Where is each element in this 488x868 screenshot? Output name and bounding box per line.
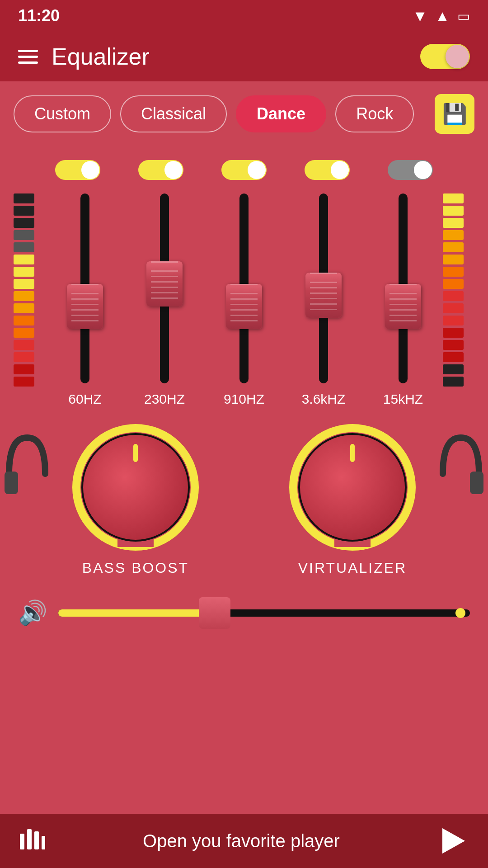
vu-segment [14,291,34,301]
vu-segment [443,193,464,203]
faders-row: 60HZ 230HZ 910HZ 3.6kHZ [45,189,443,415]
headphone-left-icon [0,429,54,510]
virtualizer-container: VIRTUALIZER [289,424,416,576]
virtualizer-indicator [350,444,355,462]
fader-15khz: 15kHZ [367,189,439,407]
vu-segment [443,230,464,240]
vu-segment [14,193,34,203]
presets-bar: Custom Classical Dance Rock 💾 [0,81,488,146]
vu-segment [14,255,34,264]
fader-track-4[interactable] [399,193,408,383]
vu-segment [443,279,464,289]
band-toggle-4[interactable] [388,160,433,180]
vu-segment [14,340,34,350]
volume-fill [58,609,215,617]
preset-classical[interactable]: Classical [120,95,227,132]
virtualizer-knob[interactable] [298,433,407,542]
vu-segment [14,218,34,228]
vu-segment [14,328,34,338]
page-title: Equalizer [52,43,150,70]
status-icons: ▼ ▲ ▭ [413,7,470,25]
band-toggles-row [9,156,479,189]
fader-handle-0[interactable] [67,284,103,329]
toggle-knob-3 [331,161,349,179]
hamburger-menu[interactable] [18,50,38,64]
fader-track-1[interactable] [160,193,169,383]
vu-meter-right [443,189,474,387]
toggle-knob-1 [164,161,183,179]
volume-track[interactable] [58,609,470,617]
preset-custom[interactable]: Custom [14,95,111,132]
status-time: 11:20 [18,6,60,25]
wifi-icon: ▼ [413,7,428,25]
fader-track-3[interactable] [319,193,328,383]
fader-60hz: 60HZ [49,189,121,407]
volume-dot [455,608,465,618]
band-toggle-2[interactable] [221,160,267,180]
fader-handle-4[interactable] [385,284,421,329]
vu-segment [443,377,464,387]
bottom-bar: Open you favorite player [0,814,488,868]
vu-segment [14,364,34,374]
headphone-right-icon [434,429,488,510]
vu-segment [443,316,464,326]
vu-segment [443,255,464,264]
virtualizer-label: VIRTUALIZER [298,560,407,576]
virtualizer-ring[interactable] [289,424,416,551]
vu-segment [443,206,464,216]
vu-segment [443,267,464,277]
volume-icon: 🔊 [18,599,47,627]
svg-rect-4 [34,831,39,849]
header: Equalizer [0,32,488,81]
fader-label-4: 15kHZ [383,392,423,407]
fader-track-0[interactable] [80,193,89,383]
vu-segment [14,316,34,326]
vu-segment [14,279,34,289]
svg-rect-2 [20,834,24,849]
bass-boost-indicator [133,444,138,462]
vu-segment [443,364,464,374]
equalizer-toggle[interactable] [420,44,470,69]
eq-section: 60HZ 230HZ 910HZ 3.6kHZ [0,146,488,415]
sliders-area: 60HZ 230HZ 910HZ 3.6kHZ [9,189,479,415]
fader-910hz: 910HZ [208,189,280,407]
toggle-knob-4 [414,161,432,179]
svg-rect-1 [470,472,483,494]
vu-segment [443,242,464,252]
fader-label-2: 910HZ [224,392,264,407]
bottom-player-text: Open you favorite player [59,831,424,851]
header-left: Equalizer [18,43,150,70]
bass-boost-ring[interactable] [72,424,199,551]
vu-segment [14,377,34,387]
save-button[interactable]: 💾 [435,94,474,134]
vu-segment [443,328,464,338]
vu-segment [14,230,34,240]
fader-label-0: 60HZ [68,392,101,407]
svg-rect-5 [42,836,45,849]
fader-handle-2[interactable] [226,284,262,329]
vu-segment [443,303,464,313]
svg-rect-0 [5,472,18,494]
band-toggle-3[interactable] [305,160,350,180]
preset-rock[interactable]: Rock [335,95,414,132]
vu-segment [14,303,34,313]
preset-dance[interactable]: Dance [236,95,326,132]
bottom-eq-icon [18,825,45,857]
play-button[interactable] [437,825,470,857]
fader-handle-1[interactable] [146,261,183,307]
fader-label-3: 3.6kHZ [302,392,346,407]
play-icon [442,828,465,854]
vu-meter-left [14,189,45,387]
fader-track-2[interactable] [239,193,249,383]
volume-handle[interactable] [199,597,230,629]
vu-segment [443,352,464,362]
bass-boost-container: BASS BOOST [72,424,199,576]
vu-segment [443,340,464,350]
band-toggle-0[interactable] [55,160,100,180]
bass-boost-knob[interactable] [81,433,190,542]
fader-3k6: 3.6kHZ [287,189,360,407]
band-toggle-1[interactable] [138,160,183,180]
fader-handle-3[interactable] [305,273,342,318]
vu-segment [14,242,34,252]
save-icon: 💾 [442,102,467,126]
